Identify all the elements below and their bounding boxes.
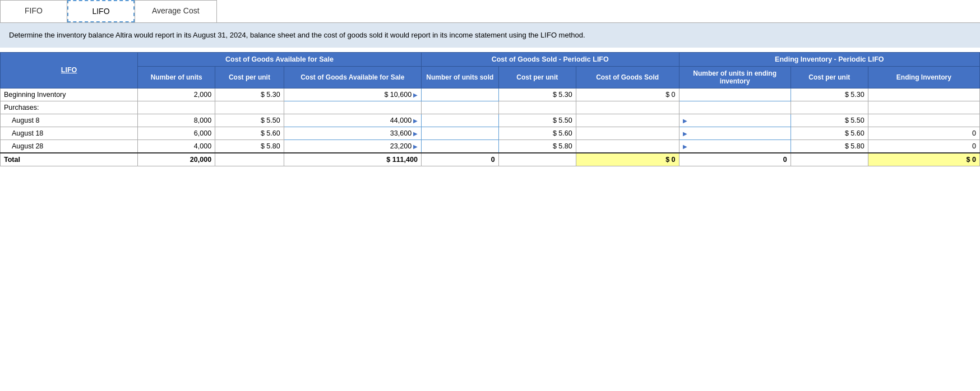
aug8-cogs-sold[interactable] [576, 114, 679, 127]
aug28-num-units-ending-input[interactable] [679, 139, 791, 153]
label-beginning-inventory: Beginning Inventory [1, 88, 138, 101]
aug8-num-units-ending-input[interactable] [679, 114, 791, 127]
beg-cost-per-unit3: $ 5.30 [791, 88, 868, 101]
instruction-text: Determine the inventory balance Altira w… [9, 31, 585, 39]
row-august-28: August 28 4,000 $ 5.80 23,200 $ 5.80 $ 5… [1, 139, 980, 153]
purchases-cogs-available [284, 101, 421, 114]
sub-num-units-sold: Number of units sold [421, 66, 498, 88]
aug8-cogs-available: 44,000 [284, 114, 421, 127]
header-main-row: LIFO Cost of Goods Available for Sale Co… [1, 52, 980, 66]
aug28-ending-inv: 0 [868, 139, 979, 153]
aug28-num-units: 4,000 [138, 139, 215, 153]
total-num-units: 20,000 [138, 153, 215, 166]
tab-average-cost[interactable]: Average Cost [135, 0, 217, 22]
beg-num-units-sold-input[interactable] [421, 88, 498, 101]
row-august-18: August 18 6,000 $ 5.60 33,600 $ 5.60 $ 5… [1, 127, 980, 139]
cogs-available-header: Cost of Goods Available for Sale [138, 52, 422, 66]
purchases-num-units-sold [421, 101, 498, 114]
sub-cost-per-unit2: Cost per unit [498, 66, 576, 88]
total-cogs-available: $ 111,400 [284, 153, 421, 166]
lifo-table: LIFO Cost of Goods Available for Sale Co… [0, 52, 980, 166]
total-num-units-sold: 0 [421, 153, 498, 166]
aug18-ending-inv: 0 [868, 127, 979, 139]
aug8-cost-per-unit2: $ 5.50 [498, 114, 576, 127]
row-total: Total 20,000 $ 111,400 0 $ 0 0 $ 0 [1, 153, 980, 166]
total-cost-per-unit2 [498, 153, 576, 166]
sub-num-units: Number of units [138, 66, 215, 88]
beg-cost-per-unit2: $ 5.30 [498, 88, 576, 101]
lifo-label: LIFO [1, 52, 138, 88]
purchases-cost-per-unit3 [791, 101, 868, 114]
sub-num-units-ending: Number of units in ending inventory [679, 66, 791, 88]
label-purchases: Purchases: [1, 101, 138, 114]
aug8-ending-inv[interactable] [868, 114, 979, 127]
aug28-cost-per-unit2: $ 5.80 [498, 139, 576, 153]
total-cost-per-unit [215, 153, 284, 166]
tab-lifo[interactable]: LIFO [67, 0, 135, 22]
beg-ending-inv[interactable] [868, 88, 979, 101]
aug18-num-units-sold-input[interactable] [421, 127, 498, 139]
aug28-cogs-available: 23,200 [284, 139, 421, 153]
aug8-cost-per-unit: $ 5.50 [215, 114, 284, 127]
total-ending-inv: $ 0 [868, 153, 979, 166]
beg-num-units: 2,000 [138, 88, 215, 101]
instruction-box: Determine the inventory balance Altira w… [0, 23, 980, 48]
total-cost-per-unit3 [791, 153, 868, 166]
cogs-sold-header: Cost of Goods Sold - Periodic LIFO [421, 52, 679, 66]
header-sub-row: Number of units Cost per unit Cost of Go… [1, 66, 980, 88]
row-august-8: August 8 8,000 $ 5.50 44,000 $ 5.50 $ 5.… [1, 114, 980, 127]
purchases-cogs-sold [576, 101, 679, 114]
label-august-18: August 18 [1, 127, 138, 139]
row-purchases-label: Purchases: [1, 101, 980, 114]
aug28-num-units-sold-input[interactable] [421, 139, 498, 153]
sub-cost-per-unit3: Cost per unit [791, 66, 868, 88]
sub-ending-inv: Ending Inventory [868, 66, 979, 88]
beg-cost-per-unit: $ 5.30 [215, 88, 284, 101]
row-beginning-inventory: Beginning Inventory 2,000 $ 5.30 $ 10,60… [1, 88, 980, 101]
aug18-num-units: 6,000 [138, 127, 215, 139]
ending-inv-header: Ending Inventory - Periodic LIFO [679, 52, 979, 66]
aug28-cogs-sold[interactable] [576, 139, 679, 153]
beg-num-units-ending-input[interactable] [679, 88, 791, 101]
aug8-num-units-sold-input[interactable] [421, 114, 498, 127]
purchases-ending-inv [868, 101, 979, 114]
table-container: LIFO Cost of Goods Available for Sale Co… [0, 48, 980, 166]
total-cogs-sold: $ 0 [576, 153, 679, 166]
aug28-cost-per-unit3: $ 5.80 [791, 139, 868, 153]
purchases-cost-per-unit [215, 101, 284, 114]
beg-cogs-available: $ 10,600 [284, 88, 421, 101]
purchases-cost-per-unit2 [498, 101, 576, 114]
purchases-num-units [138, 101, 215, 114]
aug28-cost-per-unit: $ 5.80 [215, 139, 284, 153]
beg-cogs-sold: $ 0 [576, 88, 679, 101]
aug18-cogs-available: 33,600 [284, 127, 421, 139]
aug8-num-units: 8,000 [138, 114, 215, 127]
sub-cogs-sold: Cost of Goods Sold [576, 66, 679, 88]
tabs-container: FIFO LIFO Average Cost [0, 0, 980, 23]
tab-fifo[interactable]: FIFO [0, 0, 67, 22]
aug18-cogs-sold[interactable] [576, 127, 679, 139]
sub-cost-per-unit: Cost per unit [215, 66, 284, 88]
label-total: Total [1, 153, 138, 166]
aug18-cost-per-unit2: $ 5.60 [498, 127, 576, 139]
aug8-cost-per-unit3: $ 5.50 [791, 114, 868, 127]
total-num-units-ending: 0 [679, 153, 791, 166]
label-august-28: August 28 [1, 139, 138, 153]
label-august-8: August 8 [1, 114, 138, 127]
aug18-cost-per-unit: $ 5.60 [215, 127, 284, 139]
aug18-cost-per-unit3: $ 5.60 [791, 127, 868, 139]
purchases-num-units-ending [679, 101, 791, 114]
sub-cogs-available: Cost of Goods Available for Sale [284, 66, 421, 88]
aug18-num-units-ending-input[interactable] [679, 127, 791, 139]
